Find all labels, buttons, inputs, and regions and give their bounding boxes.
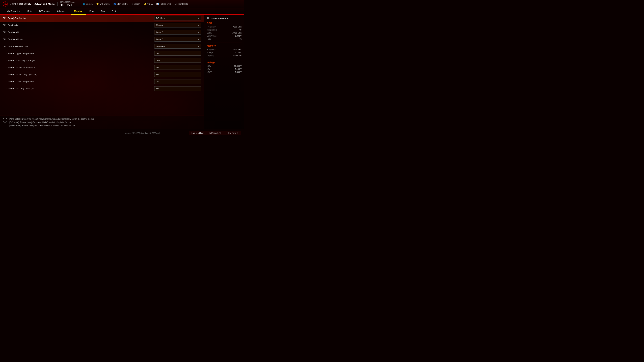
- action-resizebar[interactable]: 📊 ReSize BAR: [156, 2, 172, 5]
- hw-voltage-title: Voltage: [207, 61, 242, 64]
- input-lower-temp[interactable]: [154, 79, 201, 84]
- value-cpu-fan-upper-temp[interactable]: [154, 51, 201, 56]
- hw-cpu-bclk-label: BCLK: [207, 32, 212, 34]
- dropdown-arrow: ▼: [198, 17, 200, 19]
- top-actions: 🌐 English ⭐ MyFavorite 🌀 Qfan Control ? …: [82, 2, 188, 5]
- myfavorite-label: MyFavorite: [100, 3, 110, 5]
- row-cpu-fan-middle-duty: CPU Fan Middle Duty Cycle (%): [0, 71, 204, 78]
- hw-voltage-section: Voltage +12V 12.000 V +5V 5.160 V +3.3V …: [207, 61, 242, 73]
- input-middle-duty[interactable]: [154, 72, 201, 77]
- dropdown-speed-low-limit[interactable]: 200 RPM ▼: [154, 44, 201, 49]
- value-cpu-fan-step-down[interactable]: Level 0 ▼: [154, 37, 201, 41]
- svg-point-1: [5, 3, 6, 4]
- action-myfavorite[interactable]: ⭐ MyFavorite: [96, 2, 110, 5]
- input-min-duty[interactable]: [154, 86, 201, 91]
- action-search[interactable]: ? Search: [131, 2, 141, 5]
- fan-icon: 🌀: [113, 3, 116, 5]
- value-cpu-fan-middle-duty[interactable]: [154, 72, 201, 77]
- dropdown-fan-profile[interactable]: Manual ▼: [154, 23, 201, 27]
- hw-cpu-ratio-label: Ratio: [207, 38, 211, 40]
- footer-buttons: Last Modified EzMode(F7)|→ Hot Keys ?: [189, 131, 241, 135]
- info-box: i [Auto Detect]: Detect the type of inst…: [0, 115, 204, 129]
- nav-ai-tweaker[interactable]: Ai Tweaker: [35, 8, 54, 14]
- label-cpu-fan-min-duty: CPU Fan Min Duty Cycle (%): [3, 87, 154, 90]
- divider: [57, 2, 58, 6]
- ezmode-button[interactable]: EzMode(F7)|→: [206, 131, 226, 135]
- datetime: 08/22/2022 Monday 10:05 ⚙: [60, 1, 75, 7]
- label-cpu-fan-profile: CPU Fan Profile: [3, 24, 154, 26]
- hw-memory-title: Memory: [207, 44, 242, 47]
- label-cpu-fan-speed-low-limit: CPU Fan Speed Low Limit: [3, 45, 154, 48]
- hw-divider1: [207, 42, 242, 43]
- hot-keys-button[interactable]: Hot Keys ?: [226, 131, 241, 135]
- hw-volt-33v-value: 3.360 V: [235, 71, 242, 73]
- dropdown-fan-profile-value: Manual: [156, 24, 163, 26]
- settings-list: CPU Fan Q-Fan Control DC Mode ▼ CPU Fan …: [0, 15, 204, 115]
- main-area: CPU Fan Q-Fan Control DC Mode ▼ CPU Fan …: [0, 15, 244, 129]
- label-cpu-fan-qfan-control: CPU Fan Q-Fan Control: [3, 17, 154, 19]
- hw-cpu-title: CPU: [207, 22, 242, 24]
- hw-mem-freq-label: Frequency: [207, 48, 216, 50]
- value-cpu-fan-min-duty[interactable]: [154, 86, 201, 91]
- row-cpu-fan-lower-temp: CPU Fan Lower Temperature: [0, 78, 204, 85]
- nav-advanced[interactable]: Advanced: [54, 8, 70, 14]
- value-cpu-fan-qfan-control[interactable]: DC Mode ▼: [154, 16, 201, 20]
- info-line-3: [PWM Mode]: Enable the Q-Fan control in …: [10, 124, 94, 127]
- label-cpu-fan-step-up: CPU Fan Step Up: [3, 31, 154, 33]
- label-cpu-fan-middle-temp: CPU Fan Middle Temperature: [3, 66, 154, 69]
- action-qfan[interactable]: 🌀 Qfan Control: [113, 2, 129, 5]
- hw-cpu-bclk-value: 100.00 MHz: [232, 32, 242, 34]
- nav-exit[interactable]: Exit: [109, 8, 119, 14]
- hw-cpu-temp-value: 47°C: [237, 29, 242, 31]
- hw-mem-volt-value: 1.120 V: [235, 51, 242, 53]
- divider2: [78, 2, 78, 6]
- dropdown-step-up-value: Level 0: [156, 31, 163, 33]
- time-display: 10:05: [60, 3, 70, 7]
- hw-monitor-header: 🖥 Hardware Monitor: [207, 17, 242, 20]
- input-upper-temp[interactable]: [154, 51, 201, 56]
- nav-boot[interactable]: Boot: [86, 8, 98, 14]
- value-cpu-fan-max-duty[interactable]: [154, 58, 201, 63]
- dropdown-step-up[interactable]: Level 0 ▼: [154, 30, 201, 34]
- nav-bar: My Favorites Main Ai Tweaker Advanced Mo…: [0, 8, 244, 15]
- hw-cpu-corevolt-row: Core Voltage 1.332 V: [207, 35, 242, 37]
- nav-my-favorites[interactable]: My Favorites: [3, 8, 24, 14]
- search-label: Search: [134, 3, 140, 5]
- nav-tool[interactable]: Tool: [98, 8, 109, 14]
- hw-memory-section: Memory Frequency 4800 MHz Voltage 1.120 …: [207, 44, 242, 56]
- value-cpu-fan-middle-temp[interactable]: [154, 65, 201, 70]
- row-cpu-fan-qfan-control: CPU Fan Q-Fan Control DC Mode ▼: [0, 15, 204, 22]
- action-english[interactable]: 🌐 English: [82, 2, 93, 5]
- asus-rog-logo: [3, 1, 8, 7]
- nav-main[interactable]: Main: [24, 8, 35, 14]
- app-title: UEFI BIOS Utility – Advanced Mode: [10, 2, 55, 5]
- value-cpu-fan-speed-low-limit[interactable]: 200 RPM ▼: [154, 44, 201, 49]
- info-line-1: [Auto Detect]: Detect the type of instal…: [10, 117, 94, 121]
- hw-cpu-freq-label: Frequency: [207, 26, 216, 28]
- monitor-icon: 🖥: [207, 17, 210, 20]
- dropdown-arrow2: ▼: [198, 24, 200, 26]
- aura-label: AURA: [147, 3, 152, 5]
- dropdown-arrow4: ▼: [198, 38, 200, 40]
- hw-volt-5v-value: 5.160 V: [235, 68, 242, 70]
- value-cpu-fan-profile[interactable]: Manual ▼: [154, 23, 201, 27]
- hw-mem-cap-row: Capacity 32768 MB: [207, 54, 242, 56]
- hw-cpu-freq-row: Frequency 4900 MHz: [207, 26, 242, 28]
- label-cpu-fan-upper-temp: CPU Fan Upper Temperature: [3, 52, 154, 55]
- memtest-label: MemTest86: [178, 3, 188, 5]
- hw-cpu-section: CPU Frequency 4900 MHz Temperature 47°C …: [207, 22, 242, 40]
- nav-monitor[interactable]: Monitor: [71, 8, 86, 14]
- value-cpu-fan-step-up[interactable]: Level 0 ▼: [154, 30, 201, 34]
- hw-cpu-freq-value: 4900 MHz: [233, 26, 242, 28]
- input-middle-temp[interactable]: [154, 65, 201, 70]
- info-line-2: [DC Mode]: Enable the Q-Fan control in D…: [10, 121, 94, 124]
- input-max-duty[interactable]: [154, 58, 201, 63]
- dropdown-step-down[interactable]: Level 0 ▼: [154, 37, 201, 41]
- value-cpu-fan-lower-temp[interactable]: [154, 79, 201, 84]
- action-aura[interactable]: ✨ AURA: [143, 2, 153, 5]
- action-memtest[interactable]: 🖥 MemTest86: [174, 2, 188, 5]
- gear-icon[interactable]: ⚙: [70, 4, 72, 6]
- row-cpu-fan-step-up: CPU Fan Step Up Level 0 ▼: [0, 29, 204, 36]
- dropdown-qfan-control[interactable]: DC Mode ▼: [154, 16, 201, 20]
- last-modified-button[interactable]: Last Modified: [189, 131, 206, 135]
